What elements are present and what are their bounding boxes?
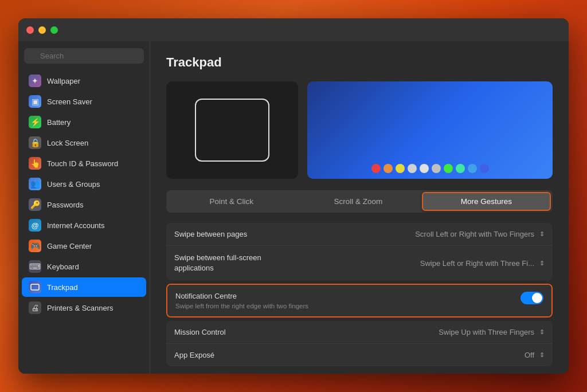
content-area: ⌕ ✦ Wallpaper ▣ Screen Saver ⚡ Battery 🔒… — [18, 41, 569, 374]
color-dot-8[interactable] — [456, 164, 465, 173]
keyboard-icon: ⌨ — [29, 260, 41, 273]
sidebar-label-screensaver: Screen Saver — [47, 97, 92, 106]
internet-icon: @ — [29, 219, 41, 232]
printers-icon: 🖨 — [29, 301, 41, 314]
setting-row-app-expose: App Exposé Off — [166, 344, 553, 366]
color-dot-2[interactable] — [383, 164, 393, 173]
swipe-pages-label: Swipe between pages — [174, 230, 247, 238]
mission-control-label: Mission Control — [174, 328, 226, 336]
sidebar-label-battery: Battery — [47, 118, 71, 127]
sidebar-item-printers[interactable]: 🖨 Printers & Scanners — [22, 298, 146, 317]
settings-group-bottom: Mission Control Swipe Up with Three Fing… — [166, 321, 553, 366]
color-dot-1[interactable] — [371, 164, 381, 173]
trackpad-icon — [29, 281, 41, 293]
maximize-button[interactable] — [50, 26, 58, 34]
sidebar-item-touchid[interactable]: 👆 Touch ID & Password — [22, 154, 146, 173]
sidebar-label-trackpad: Trackpad — [47, 283, 78, 292]
color-dot-7[interactable] — [444, 164, 453, 173]
sidebar-item-internet[interactable]: @ Internet Accounts — [22, 215, 146, 235]
sidebar-item-battery[interactable]: ⚡ Battery — [22, 112, 146, 132]
notification-text: Notification Centre Swipe left from the … — [175, 292, 515, 309]
main-window: ⌕ ✦ Wallpaper ▣ Screen Saver ⚡ Battery 🔒… — [18, 18, 569, 374]
sidebar-item-trackpad[interactable]: Trackpad — [22, 277, 146, 297]
notification-title: Notification Centre — [175, 292, 515, 300]
color-dot-3[interactable] — [396, 164, 405, 173]
setting-row-swipe-pages: Swipe between pages Scroll Left or Right… — [166, 223, 553, 246]
tab-scroll-zoom[interactable]: Scroll & Zoom — [295, 192, 421, 211]
sidebar-label-internet: Internet Accounts — [47, 221, 104, 230]
notification-centre-toggle[interactable] — [521, 292, 543, 304]
app-expose-label: App Exposé — [174, 351, 214, 359]
trackpad-color-panel — [307, 81, 553, 179]
page-title: Trackpad — [166, 55, 553, 70]
tabs-row: Point & Click Scroll & Zoom More Gesture… — [166, 190, 553, 213]
minimize-button[interactable] — [38, 26, 46, 34]
screensaver-icon: ▣ — [29, 95, 41, 108]
sidebar-item-screensaver[interactable]: ▣ Screen Saver — [22, 92, 146, 111]
gamecenter-icon: 🎮 — [29, 240, 41, 252]
swipe-fullscreen-label: Swipe between full-screenapplications — [174, 253, 261, 273]
sidebar-item-gamecenter[interactable]: 🎮 Game Center — [22, 236, 146, 256]
sidebar-label-keyboard: Keyboard — [47, 262, 79, 271]
tab-more-gestures[interactable]: More Gestures — [422, 192, 551, 211]
notification-centre-content: Notification Centre Swipe left from the … — [167, 285, 551, 316]
battery-icon: ⚡ — [29, 116, 41, 128]
mission-control-select[interactable]: Swipe Up with Three Fingers — [439, 328, 545, 336]
users-icon: 👥 — [29, 178, 41, 190]
swipe-fullscreen-select[interactable]: Swipe Left or Right with Three Fi... — [420, 259, 545, 268]
color-dot-5[interactable] — [420, 164, 429, 173]
svg-rect-0 — [31, 284, 39, 290]
mission-control-value: Swipe Up with Three Fingers — [439, 328, 534, 336]
color-dots — [313, 164, 547, 173]
swipe-pages-value: Scroll Left or Right with Two Fingers — [415, 230, 534, 238]
settings-group-top: Swipe between pages Scroll Left or Right… — [166, 223, 553, 280]
swipe-pages-select[interactable]: Scroll Left or Right with Two Fingers — [415, 230, 545, 238]
notification-desc: Swipe left from the right edge with two … — [175, 303, 515, 309]
titlebar — [18, 18, 569, 41]
search-container: ⌕ — [24, 48, 144, 64]
tab-point-click[interactable]: Point & Click — [168, 192, 295, 211]
close-button[interactable] — [26, 26, 34, 34]
setting-row-mission-control: Mission Control Swipe Up with Three Fing… — [166, 321, 553, 344]
sidebar-item-wallpaper[interactable]: ✦ Wallpaper — [22, 71, 146, 91]
color-dot-6[interactable] — [432, 164, 441, 173]
sidebar-item-passwords[interactable]: 🔑 Passwords — [22, 195, 146, 214]
sidebar-label-lockscreen: Lock Screen — [47, 139, 88, 147]
trackpad-diagram — [166, 81, 298, 179]
notification-centre-row: Notification Centre Swipe left from the … — [166, 284, 553, 317]
color-dot-10[interactable] — [480, 164, 489, 173]
sidebar-label-users: Users & Groups — [47, 180, 100, 189]
setting-row-swipe-fullscreen: Swipe between full-screenapplications Sw… — [166, 246, 553, 280]
sidebar-item-lockscreen[interactable]: 🔒 Lock Screen — [22, 133, 146, 152]
sidebar-label-gamecenter: Game Center — [47, 242, 92, 250]
passwords-icon: 🔑 — [29, 198, 41, 211]
notification-content: Notification Centre Swipe left from the … — [175, 292, 543, 309]
app-expose-select[interactable]: Off — [525, 351, 545, 359]
sidebar: ⌕ ✦ Wallpaper ▣ Screen Saver ⚡ Battery 🔒… — [18, 41, 150, 374]
color-dot-4[interactable] — [408, 164, 417, 173]
sidebar-label-wallpaper: Wallpaper — [47, 77, 80, 85]
sidebar-label-passwords: Passwords — [47, 201, 84, 209]
color-dot-9[interactable] — [468, 164, 477, 173]
search-input[interactable] — [24, 48, 144, 64]
sidebar-item-users[interactable]: 👥 Users & Groups — [22, 174, 146, 194]
search-wrapper: ⌕ — [24, 48, 144, 64]
sidebar-label-touchid: Touch ID & Password — [47, 159, 118, 168]
trackpad-preview — [166, 81, 553, 179]
app-expose-value: Off — [525, 351, 534, 359]
wallpaper-icon: ✦ — [29, 75, 41, 87]
lockscreen-icon: 🔒 — [29, 136, 41, 149]
swipe-fullscreen-value: Swipe Left or Right with Three Fi... — [420, 259, 534, 268]
sidebar-item-keyboard[interactable]: ⌨ Keyboard — [22, 257, 146, 276]
touchid-icon: 👆 — [29, 157, 41, 170]
sidebar-label-printers: Printers & Scanners — [47, 304, 114, 312]
trackpad-shape — [195, 99, 269, 162]
main-panel: Trackpad — [150, 41, 569, 374]
